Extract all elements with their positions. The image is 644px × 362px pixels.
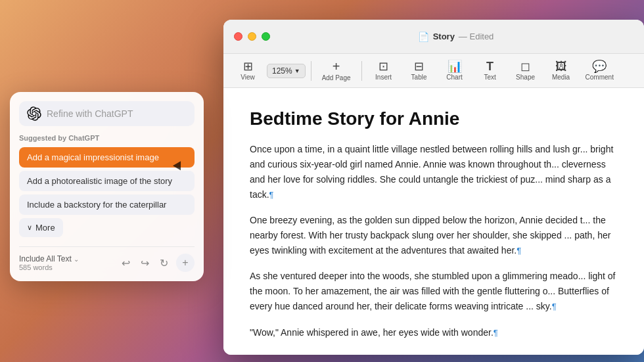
addpage-icon: + [333, 60, 340, 73]
document-title: Bedtime Story for Annie [250, 108, 618, 130]
toolbar-table[interactable]: ⊟ Table [403, 58, 436, 83]
suggestion-1[interactable]: Add a magical impressionist image [19, 147, 195, 168]
more-button[interactable]: ∨ More [19, 218, 63, 237]
paragraph-3: As she ventured deeper into the woods, s… [250, 269, 618, 314]
chart-icon: 📊 [448, 60, 462, 72]
paragraph-5: ¶ [250, 351, 618, 355]
paragraph-1: Once upon a time, in a quaint little vil… [250, 142, 618, 202]
minimize-button[interactable] [248, 32, 256, 41]
addpage-label: Add Page [322, 74, 351, 81]
more-label: More [35, 223, 55, 233]
toolbar-chart[interactable]: 📊 Chart [438, 58, 471, 83]
text-icon: T [486, 60, 494, 72]
view-icon: ⊞ [243, 60, 253, 72]
table-icon: ⊟ [414, 60, 424, 72]
zoom-control[interactable]: 125% ▼ [267, 64, 306, 78]
close-button[interactable] [234, 32, 242, 41]
document-content: Bedtime Story for Annie Once upon a time… [223, 88, 644, 355]
toolbar-view[interactable]: ⊞ View [231, 58, 264, 83]
suggestion-2[interactable]: Add a photorealistic image of the story [19, 171, 195, 191]
shape-label: Shape [516, 74, 535, 81]
zoom-chevron: ▼ [294, 68, 300, 74]
suggestion-3[interactable]: Include a backstory for the caterpillar [19, 194, 195, 215]
shape-icon: ◻ [520, 60, 530, 72]
toolbar-addpage[interactable]: + Add Page [317, 57, 356, 84]
paragraph-4: "Wow," Annie whispered in awe, her eyes … [250, 325, 618, 340]
comment-label: Comment [586, 74, 614, 81]
include-chevron-icon: ⌄ [74, 256, 79, 263]
window-title: Story [433, 32, 455, 41]
more-chevron-icon: ∨ [27, 223, 32, 232]
chatgpt-input-placeholder: Refine with ChatGPT [47, 108, 187, 119]
footer-actions: ↩ ↪ ↻ + [119, 254, 195, 272]
chart-label: Chart [446, 74, 462, 81]
toolbar-text[interactable]: T Text [474, 58, 507, 83]
pilcrow-4: ¶ [494, 328, 498, 338]
chatgpt-input-row[interactable]: Refine with ChatGPT [19, 101, 195, 126]
comment-icon: 💬 [592, 60, 607, 72]
media-label: Media [552, 74, 570, 81]
insert-label: Insert [375, 74, 392, 81]
pilcrow-3: ¶ [552, 302, 557, 311]
zoom-value: 125% [272, 66, 292, 76]
text-label: Text [484, 74, 495, 81]
insert-icon: ⊡ [379, 60, 388, 72]
refresh-button[interactable]: ↻ [157, 254, 171, 272]
traffic-lights [234, 32, 270, 41]
table-label: Table [411, 74, 427, 81]
toolbar-media[interactable]: 🖼 Media [545, 58, 578, 83]
add-icon: + [182, 257, 188, 269]
panel-footer: Include All Text ⌄ 585 words ↩ ↪ ↻ + [19, 246, 195, 272]
toolbar-shape[interactable]: ◻ Shape [509, 58, 542, 83]
toolbar-divider-1 [311, 61, 311, 81]
toolbar: ⊞ View 125% ▼ + Add Page ⊡ Insert ⊟ Tabl… [223, 54, 644, 88]
fullscreen-button[interactable] [262, 32, 270, 41]
document-icon: 📄 [418, 32, 429, 42]
toolbar-divider-2 [361, 61, 362, 81]
pilcrow-5: ¶ [250, 353, 254, 355]
paragraph-2: One breezy evening, as the golden sun di… [250, 213, 618, 258]
include-all-text-label[interactable]: Include All Text ⌄ [19, 254, 79, 263]
add-button[interactable]: + [176, 254, 195, 272]
pages-window: 📄 Story — Edited ⊞ View 125% ▼ + Add Pag… [223, 20, 644, 355]
chatgpt-panel: Refine with ChatGPT Suggested by ChatGPT… [10, 92, 204, 281]
chatgpt-section-label: Suggested by ChatGPT [19, 134, 195, 142]
view-label: View [241, 74, 255, 81]
redo-button[interactable]: ↪ [138, 254, 152, 272]
chatgpt-logo-icon [27, 106, 41, 121]
window-edited-label: — Edited [459, 32, 494, 41]
pilcrow-1: ¶ [269, 190, 274, 200]
media-icon: 🖼 [555, 60, 567, 72]
toolbar-insert[interactable]: ⊡ Insert [367, 58, 400, 83]
toolbar-comment[interactable]: 💬 Comment [580, 58, 619, 83]
word-count-label: 585 words [19, 263, 79, 271]
footer-left: Include All Text ⌄ 585 words [19, 254, 79, 271]
title-area: 📄 Story — Edited [278, 32, 633, 42]
pilcrow-2: ¶ [517, 246, 521, 256]
undo-button[interactable]: ↩ [119, 254, 133, 272]
titlebar: 📄 Story — Edited [223, 20, 644, 54]
